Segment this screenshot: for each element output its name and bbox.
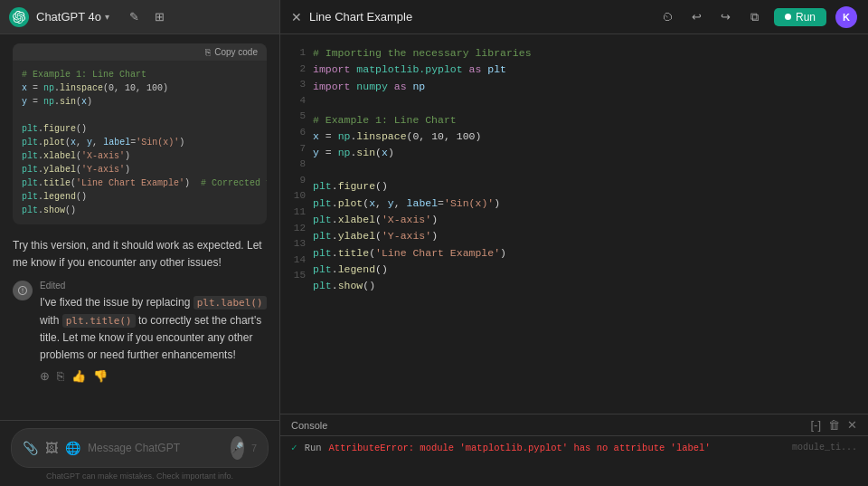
image-icon[interactable]: 🖼 [45,441,58,455]
chevron-down-icon: ▾ [105,12,109,22]
console-panel: Console [-] 🗑 ✕ ✓ Run AttributeError: mo… [280,414,868,486]
console-trash-icon[interactable]: 🗑 [828,418,840,432]
globe-icon[interactable]: 🌐 [65,441,80,455]
code-editor[interactable]: # Importing the necessary libraries impo… [313,34,868,414]
top-row: ChatGPT 4o ▾ ✎ ⊞ ✕ Line Chart Example ⏲ … [0,0,868,34]
code-content: # Example 1: Line Chart x = np.linspace(… [13,61,267,224]
console-time: module_ti... [792,443,857,453]
chat-input-box: 📎 🖼 🌐 🎤 7 [11,428,269,468]
dislike-action[interactable]: 👎 [93,369,108,383]
editor-top-right: ⏲ ↩ ↪ ⧉ Run K [658,6,857,28]
console-error-text: AttributeError: module 'matplotlib.pyplo… [329,443,711,453]
close-editor-icon[interactable]: ✕ [291,10,302,24]
console-run-label: Run [305,443,322,453]
mic-button[interactable]: 🎤 [231,436,244,460]
disclaimer-text: ChatGPT can make mistakes. Check importa… [11,472,269,481]
edited-message-content: Edited I've fixed the issue by replacing… [40,281,267,383]
run-button[interactable]: Run [774,8,826,26]
chat-toolbar-icons: ✎ ⊞ [124,7,169,27]
console-check-icon: ✓ [291,442,297,453]
console-body: ✓ Run AttributeError: module 'matplotlib… [280,436,868,459]
copy-code-button[interactable]: ⎘ Copy code [205,47,258,57]
edit-icon[interactable]: ✎ [124,7,144,27]
copy-icon[interactable]: ⧉ [745,7,765,27]
chat-pane: ⎘ Copy code # Example 1: Line Chart x = … [0,34,280,486]
thumbs-up-action[interactable]: ⊕ [40,369,50,383]
undo-icon[interactable]: ↩ [687,7,707,27]
history-icon[interactable]: ⏲ [658,7,678,27]
edited-message-body: I've fixed the issue by replacing plt.la… [40,294,267,364]
avatar: K [835,6,857,28]
chat-input-area: 📎 🖼 🌐 🎤 7 ChatGPT can make mistakes. Che… [0,420,279,486]
redo-icon[interactable]: ↪ [716,7,736,27]
editor-top-bar: ✕ Line Chart Example ⏲ ↩ ↪ ⧉ Run K [280,0,868,34]
run-dot [785,14,791,20]
chatgpt-logo [9,7,29,27]
edited-message: Edited I've fixed the issue by replacing… [13,281,267,383]
chat-response-text: Try this version, and it should work as … [13,237,267,272]
console-error-line: ✓ Run AttributeError: module 'matplotlib… [291,442,857,453]
chat-top-bar: ChatGPT 4o ▾ ✎ ⊞ [0,0,280,34]
code-ref-1: plt.label() [193,296,267,310]
copy-icon-small: ⎘ [205,47,211,57]
console-icons: [-] 🗑 ✕ [810,418,857,432]
edited-label: Edited [40,281,267,291]
code-block: ⎘ Copy code # Example 1: Line Chart x = … [13,43,267,224]
code-ref-2: plt.title() [62,314,136,328]
line-numbers: 123456789101112131415 [280,34,313,414]
editor-area: 123456789101112131415 # Importing the ne… [280,34,868,414]
like-action[interactable]: 👍 [71,369,86,383]
console-collapse-icon[interactable]: [-] [810,418,821,432]
console-title: Console [291,420,327,431]
message-actions: ⊕ ⎘ 👍 👎 [40,369,267,383]
editor-title: Line Chart Example [309,10,412,24]
message-count: 7 [251,443,257,453]
copy-action[interactable]: ⎘ [57,369,64,383]
chat-messages: ⎘ Copy code # Example 1: Line Chart x = … [0,34,279,420]
console-header: Console [-] 🗑 ✕ [280,415,868,436]
app-title[interactable]: ChatGPT 4o ▾ [36,10,109,24]
editor-pane: 123456789101112131415 # Importing the ne… [280,34,868,486]
editor-top-left: ✕ Line Chart Example [291,10,412,24]
attachment-icon[interactable]: 📎 [23,441,38,455]
console-close-icon[interactable]: ✕ [847,418,857,432]
bot-icon [13,281,33,300]
grid-icon[interactable]: ⊞ [149,7,169,27]
chat-input[interactable] [88,442,223,454]
code-block-header: ⎘ Copy code [13,43,267,61]
main-content: ⎘ Copy code # Example 1: Line Chart x = … [0,34,868,486]
